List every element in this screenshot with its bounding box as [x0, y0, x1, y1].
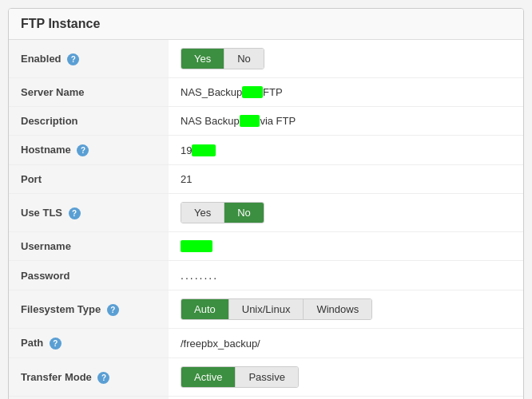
- use-tls-label: Use TLS: [21, 207, 62, 219]
- hostname-row: Hostname ? 19: [9, 136, 523, 165]
- use-tls-help-icon[interactable]: ?: [69, 207, 81, 219]
- form-table: Enabled ? Yes No Server Name NAS_Bac: [9, 40, 523, 399]
- transfer-mode-active-button[interactable]: Active: [181, 367, 236, 387]
- port-value: 21: [181, 173, 192, 185]
- path-label: Path: [21, 337, 43, 349]
- password-label: Password: [21, 270, 69, 282]
- path-help-icon[interactable]: ?: [50, 338, 62, 350]
- filesystem-auto-button[interactable]: Auto: [181, 299, 229, 319]
- hostname-help-icon[interactable]: ?: [77, 144, 89, 156]
- server-name-label: Server Name: [21, 86, 85, 98]
- description-row: Description NAS Backup via FTP: [9, 107, 523, 136]
- filesystem-type-label: Filesystem Type: [21, 303, 101, 315]
- use-tls-yes-button[interactable]: Yes: [181, 203, 224, 223]
- hostname-label: Hostname: [21, 144, 71, 156]
- server-name-row: Server Name NAS_Backup FTP: [9, 78, 523, 107]
- use-tls-row: Use TLS ? Yes No: [9, 194, 523, 232]
- filesystem-windows-button[interactable]: Windows: [304, 299, 371, 319]
- enabled-yes-button[interactable]: Yes: [181, 49, 224, 69]
- port-label: Port: [21, 173, 42, 185]
- filesystem-type-toggle: Auto Unix/Linux Windows: [181, 298, 372, 320]
- transfer-mode-row: Transfer Mode ? Active Passive: [9, 358, 523, 397]
- server-name-value: NAS_Backup FTP: [181, 86, 283, 98]
- enabled-no-button[interactable]: No: [224, 49, 264, 69]
- password-value: ........: [181, 269, 218, 282]
- description-value: NAS Backup via FTP: [181, 115, 296, 127]
- hostname-value: 19: [181, 144, 216, 156]
- filesystem-unix-button[interactable]: Unix/Linux: [229, 299, 304, 319]
- transfer-mode-toggle: Active Passive: [181, 366, 299, 388]
- transfer-mode-help-icon[interactable]: ?: [97, 372, 109, 384]
- ftp-instance-panel: FTP Instance Enabled ? Yes No Server: [8, 8, 524, 399]
- username-value: [181, 240, 212, 252]
- timeout-row: Timeout ? 1: [9, 397, 523, 400]
- port-row: Port 21: [9, 165, 523, 194]
- hostname-redacted: [192, 144, 215, 156]
- path-value: /freepbx_backup/: [181, 338, 260, 350]
- password-row: Password ........: [9, 261, 523, 290]
- username-label: Username: [21, 240, 71, 252]
- enabled-help-icon[interactable]: ?: [67, 53, 79, 65]
- username-row: Username: [9, 232, 523, 261]
- panel-title: FTP Instance: [9, 9, 523, 40]
- description-redacted: [240, 115, 260, 127]
- transfer-mode-passive-button[interactable]: Passive: [236, 367, 298, 387]
- server-name-redacted: [242, 86, 263, 98]
- description-label: Description: [21, 115, 78, 127]
- use-tls-no-button[interactable]: No: [224, 203, 264, 223]
- use-tls-toggle: Yes No: [181, 202, 264, 223]
- filesystem-type-help-icon[interactable]: ?: [107, 304, 119, 316]
- filesystem-type-row: Filesystem Type ? Auto Unix/Linux Window…: [9, 290, 523, 329]
- enabled-row: Enabled ? Yes No: [9, 40, 523, 78]
- transfer-mode-label: Transfer Mode: [21, 371, 92, 383]
- enabled-label: Enabled: [21, 53, 62, 65]
- path-row: Path ? /freepbx_backup/: [9, 329, 523, 358]
- enabled-toggle: Yes No: [181, 48, 264, 69]
